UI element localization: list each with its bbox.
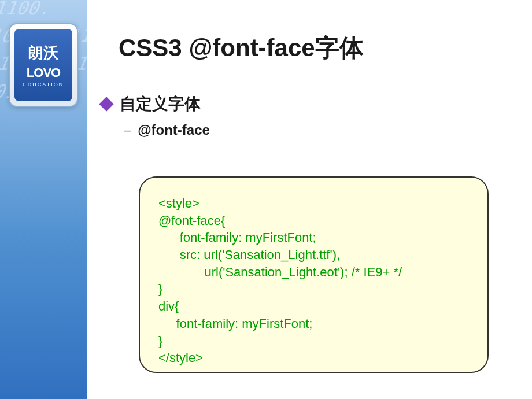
code-line-10: </style>: [158, 350, 203, 365]
code-content: <style> @font-face{ font-family: myFirst…: [158, 195, 469, 367]
code-line-9: }: [158, 334, 162, 348]
diamond-bullet-icon: [99, 97, 113, 111]
left-sidebar-decoration: 1100. 10000 011 110 00101 1011 001 朗沃 LO…: [0, 0, 87, 399]
logo-container: 朗沃 LOVO EDUCATION: [9, 23, 78, 107]
sub-bullet-text-1: @font-face: [138, 122, 210, 138]
code-line-6: }: [158, 282, 162, 296]
page-title: CSS3 @font-face字体: [119, 32, 523, 64]
code-line-8: font-family: myFirstFont;: [158, 316, 312, 331]
logo-subtitle: EDUCATION: [23, 82, 64, 87]
code-example-box: <style> @font-face{ font-family: myFirst…: [139, 176, 489, 373]
code-line-3: font-family: myFirstFont;: [158, 230, 316, 245]
code-line-2: @font-face{: [158, 213, 225, 228]
sub-bullet-item-1: – @font-face: [124, 122, 523, 138]
code-line-1: <style>: [158, 196, 200, 210]
logo-english: LOVO: [27, 65, 60, 80]
code-line-4: src: url('Sansation_Light.ttf'),: [158, 247, 340, 262]
dash-icon: –: [124, 124, 131, 137]
code-line-7: div{: [158, 299, 179, 313]
logo-chinese: 朗沃: [28, 43, 58, 63]
bullet-text-1: 自定义字体: [120, 93, 201, 115]
logo-inner: 朗沃 LOVO EDUCATION: [14, 29, 72, 101]
code-line-5: url('Sansation_Light.eot'); /* IE9+ */: [158, 265, 402, 279]
bullet-item-1: 自定义字体: [101, 93, 523, 115]
